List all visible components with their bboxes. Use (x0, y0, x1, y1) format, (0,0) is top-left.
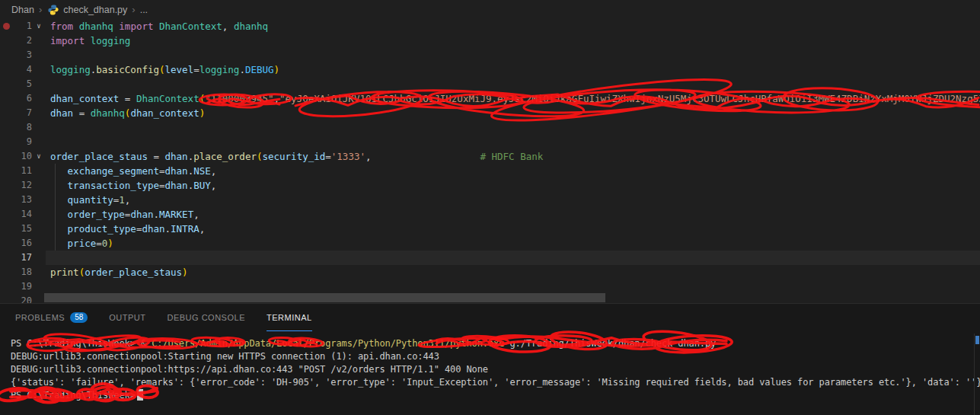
breakpoint-gutter[interactable] (0, 164, 12, 178)
tab-output[interactable]: OUTPUT (109, 304, 145, 331)
token: logging (50, 64, 91, 75)
breakpoint-gutter[interactable] (0, 149, 12, 164)
fold-gutter (32, 91, 46, 106)
breakpoint-gutter[interactable] (0, 34, 12, 48)
token: dhan (165, 180, 188, 191)
tab-terminal-label: TERMINAL (267, 313, 312, 322)
line-number: 6 (12, 91, 32, 106)
code-line[interactable]: 8 (0, 120, 980, 135)
terminal-line: DEBUG:urllib3.connectionpool:https://api… (11, 363, 980, 376)
code-text: order_type=dhan.MARKET, (50, 207, 200, 222)
horizontal-scrollbar[interactable] (44, 293, 605, 302)
tab-terminal[interactable]: TERMINAL (267, 304, 312, 331)
terminal-scrollbar-thumb[interactable] (975, 336, 979, 344)
breakpoint-gutter[interactable] (0, 265, 12, 279)
token: order_place_staus (50, 151, 148, 162)
breakpoint-gutter[interactable] (0, 207, 12, 222)
breakpoint-gutter[interactable] (0, 279, 12, 294)
token: logging (200, 64, 240, 75)
breakpoint-gutter[interactable] (0, 77, 12, 91)
code-line[interactable]: 4logging.basicConfig(level=logging.DEBUG… (0, 62, 980, 77)
code-line[interactable]: 19 (0, 279, 980, 294)
fold-gutter (32, 222, 46, 236)
token: place_order (193, 151, 257, 162)
token: security_id (262, 151, 325, 162)
editor-lines[interactable]: 1∨from dhanhq import DhanContext, dhanhq… (0, 19, 980, 303)
token: = (73, 107, 91, 119)
terminal-output[interactable]: PS C:\Trading\ThisWeek> & C:/Users/Admin… (11, 337, 980, 402)
breadcrumb-file[interactable]: check_dhan.py (63, 5, 127, 15)
breakpoint-gutter[interactable] (0, 236, 12, 251)
tab-output-label: OUTPUT (109, 313, 145, 322)
token (73, 21, 79, 32)
code-line[interactable]: 17 (0, 251, 980, 265)
token: = (148, 151, 165, 162)
vscode-window: Dhan › check_dhan.py › ... 1∨from dhanhq… (0, 0, 980, 415)
breadcrumb-folder[interactable]: Dhan (11, 5, 34, 15)
line-number: 8 (12, 120, 32, 135)
token: , (200, 223, 206, 235)
line-number: 5 (12, 77, 32, 91)
fold-chevron-icon[interactable]: ∨ (32, 19, 46, 34)
terminal-text: PS C:\Trading\ThisWeek> (11, 390, 136, 401)
token: 1 (119, 194, 125, 206)
code-line[interactable]: 10∨order_place_staus = dhan.place_order(… (0, 149, 980, 164)
code-line[interactable]: 14 order_type=dhan.MARKET, (0, 207, 980, 222)
breakpoint-gutter[interactable] (0, 120, 12, 135)
line-number: 14 (12, 207, 32, 222)
token: dhanhq (91, 107, 125, 119)
tab-problems[interactable]: PROBLEMS 58 (15, 304, 88, 331)
chevron-right-icon: › (38, 4, 43, 15)
code-line[interactable]: 5 (0, 77, 980, 91)
token: dhan_context (50, 93, 119, 104)
tab-debug-console[interactable]: DEBUG CONSOLE (168, 304, 245, 331)
breakpoint-gutter[interactable] (0, 222, 12, 236)
breakpoint-gutter[interactable] (0, 178, 12, 193)
breakpoint-gutter[interactable] (0, 62, 12, 77)
token: "eyJ0eXAiOiJKV1QiLCJhbGciOiJIUzUxMiJ9.ey… (279, 93, 980, 104)
code-line[interactable]: 16 price=0) (0, 236, 980, 251)
fold-gutter (32, 265, 46, 279)
terminal-line: PS C:\Trading\ThisWeek> & C:/Users/Admin… (11, 337, 980, 350)
breadcrumb-symbol[interactable]: ... (140, 5, 148, 15)
code-line[interactable]: 13 quantity=1, (0, 193, 980, 207)
terminal-text: PS C:\Trading\ThisWeek> & (11, 338, 152, 349)
code-line[interactable]: 18print(order_place_staus) (0, 265, 980, 279)
breakpoint-gutter[interactable] (0, 91, 12, 106)
token: '1333' (331, 151, 366, 162)
breakpoint-gutter[interactable] (0, 251, 12, 265)
code-line[interactable]: 6dhan_context = DhanContext("1100003945"… (0, 91, 980, 106)
code-line[interactable]: 3 (0, 48, 980, 62)
breakpoint-gutter[interactable] (0, 106, 12, 120)
code-line[interactable]: 15 product_type=dhan.INTRA, (0, 222, 980, 236)
tab-problems-label: PROBLEMS (15, 313, 65, 322)
token: order_type (68, 209, 125, 220)
code-text: exchange_segment=dhan.NSE, (50, 164, 216, 178)
code-line[interactable]: 11 exchange_segment=dhan.NSE, (0, 164, 980, 178)
breakpoint-gutter[interactable] (0, 294, 12, 303)
code-line[interactable]: 2import logging (0, 34, 980, 48)
token (50, 238, 68, 249)
breakpoint-gutter[interactable] (0, 135, 12, 149)
code-line[interactable]: 7dhan = dhanhq(dhan_context) (0, 106, 980, 120)
token: dhan (50, 107, 73, 119)
token: BUY (193, 180, 211, 191)
fold-chevron-icon[interactable]: ∨ (32, 149, 46, 164)
breakpoint-icon[interactable] (3, 23, 10, 30)
breakpoint-gutter[interactable] (0, 193, 12, 207)
code-line[interactable]: 12 transaction_type=dhan.BUY, (0, 178, 980, 193)
code-line[interactable]: 1∨from dhanhq import DhanContext, dhanhq (0, 19, 980, 34)
fold-gutter (32, 62, 46, 77)
token: MARKET (159, 209, 193, 220)
terminal-line: DEBUG:urllib3.connectionpool:Starting ne… (11, 350, 980, 363)
breakpoint-gutter[interactable] (0, 19, 12, 34)
token: DhanContext (136, 93, 200, 104)
line-number: 11 (12, 164, 32, 178)
fold-gutter (32, 77, 46, 91)
terminal-text: C:/Users/Admin/AppData/Local/Programs/Py… (152, 338, 504, 349)
token: level (165, 64, 194, 75)
breakpoint-gutter[interactable] (0, 48, 12, 62)
code-line[interactable]: 9 (0, 135, 980, 149)
tab-debug-console-label: DEBUG CONSOLE (168, 313, 245, 322)
token: = (119, 93, 136, 104)
